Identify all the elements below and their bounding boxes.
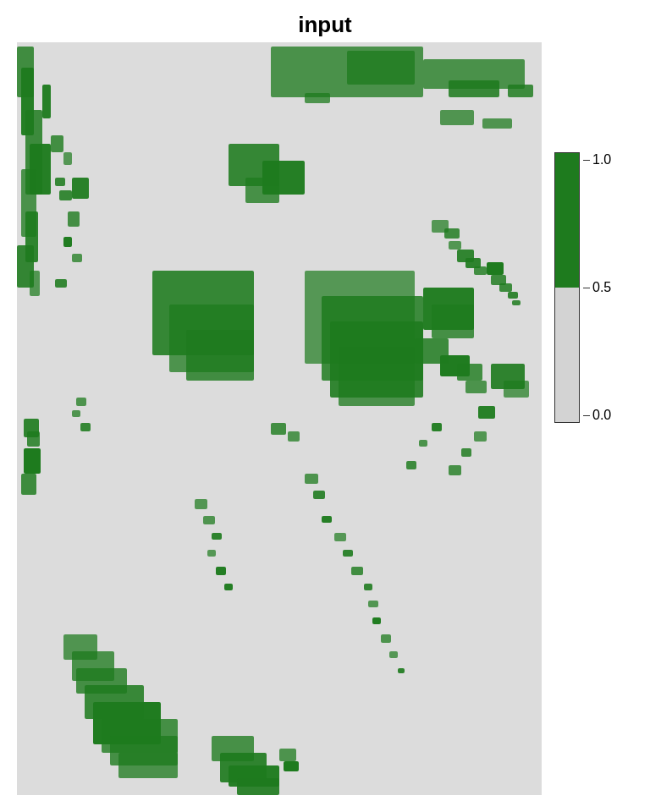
legend-tick-bottom: 0.0 [583, 408, 611, 423]
map-patch [478, 406, 495, 419]
map-patch [68, 211, 80, 227]
tick-line-top [583, 160, 590, 161]
map-patch [118, 753, 178, 778]
tick-line-mid [583, 288, 590, 288]
map-patch [288, 431, 300, 442]
map-patch [237, 778, 279, 795]
map-patch [389, 651, 398, 658]
map-patch [21, 474, 36, 495]
map-patch [461, 448, 471, 457]
map-patch [482, 118, 512, 129]
map-patch [207, 550, 216, 557]
map-patch [364, 584, 372, 590]
legend-bar [554, 152, 580, 423]
map-patch [487, 262, 504, 275]
map-patch [203, 516, 215, 524]
map-patch [212, 533, 222, 540]
map-patch [305, 93, 330, 103]
map-patch [432, 423, 442, 431]
map-patch [368, 601, 378, 607]
chart-title: input [0, 0, 650, 45]
map-patch [406, 461, 416, 469]
tick-line-bottom [583, 415, 590, 416]
map-patch [55, 279, 67, 288]
legend-bar-green [555, 153, 579, 288]
map-patch [59, 190, 72, 200]
map-patch [322, 516, 332, 523]
map-patch [271, 423, 286, 435]
map-patch [432, 304, 474, 338]
map-patch [339, 347, 415, 406]
map-patch [72, 178, 89, 199]
map-patch [284, 761, 299, 771]
map-patch [449, 241, 461, 250]
map-patch [351, 567, 363, 575]
map-patch [186, 330, 254, 381]
legend-container: 1.0 0.5 0.0 [554, 152, 622, 440]
map-patch [195, 499, 207, 509]
map-patch [465, 381, 487, 393]
map-patch [216, 567, 226, 575]
map-patch [449, 465, 461, 475]
legend-tick-top: 1.0 [583, 152, 611, 167]
map-patch [440, 110, 474, 125]
map-patch [504, 381, 529, 398]
map-patch [499, 283, 512, 292]
legend-bar-gray [555, 288, 579, 422]
map-patch [508, 292, 518, 299]
legend-tick-mid: 0.5 [583, 280, 611, 295]
map-patch [63, 152, 72, 165]
map-patch [279, 749, 296, 761]
map-patch [305, 474, 318, 484]
map-patch [72, 410, 80, 417]
map-area [17, 42, 542, 795]
map-patch [474, 266, 487, 275]
map-patch [76, 398, 86, 406]
page-container: input 1.0 0.5 0.0 [0, 0, 650, 812]
legend-label-top: 1.0 [592, 152, 611, 167]
legend-label-bottom: 0.0 [592, 408, 611, 423]
map-patch [27, 431, 40, 447]
map-patch [72, 254, 82, 262]
map-patch [42, 85, 51, 118]
map-patch [508, 85, 533, 97]
legend-label-mid: 0.5 [592, 280, 611, 295]
map-patch [55, 178, 65, 186]
map-patch [419, 440, 427, 447]
map-patch [512, 300, 521, 305]
map-patch [474, 431, 487, 442]
map-patch [224, 584, 233, 590]
map-patch [343, 550, 353, 557]
map-patch [334, 533, 346, 541]
map-patch [30, 271, 40, 296]
map-patch [347, 51, 415, 85]
map-patch [444, 228, 460, 239]
map-patch [51, 135, 63, 152]
map-patch [63, 237, 72, 247]
map-patch [245, 178, 279, 203]
map-patch [24, 448, 41, 474]
map-patch [372, 617, 381, 624]
map-patch [449, 80, 499, 97]
map-patch [313, 491, 325, 499]
legend-ticks: 1.0 0.5 0.0 [580, 152, 611, 423]
map-patch [398, 668, 405, 673]
map-patch [80, 423, 91, 431]
map-patch [381, 634, 391, 643]
map-patch [457, 364, 482, 381]
